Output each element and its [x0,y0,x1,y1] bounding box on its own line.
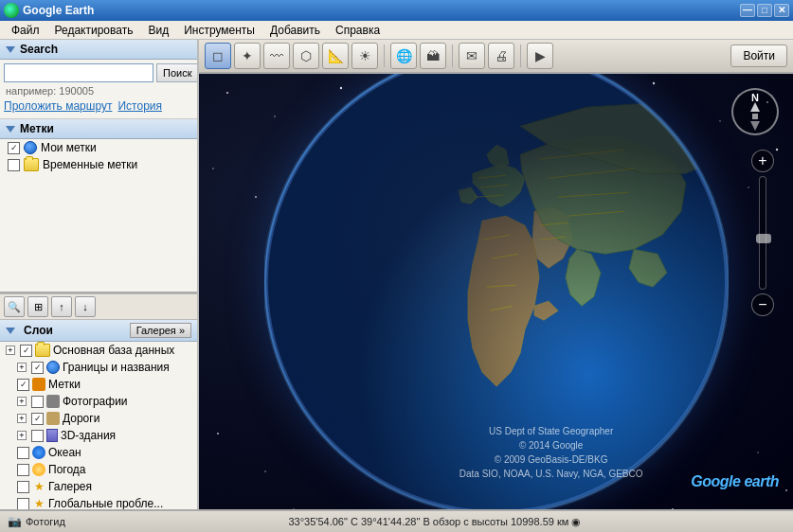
layers-title: Слои [24,324,53,337]
polygon-tool-btn[interactable]: ⬡ [293,43,319,69]
pin-tool-btn[interactable]: ✦ [234,43,261,69]
attribution-line4: Data SIO, NOAA, U.S. Navy, NGA, GEBCO [460,467,643,481]
nav-compass[interactable]: N [731,88,779,135]
zoom-slider[interactable] [759,176,766,290]
grid-tool-btn[interactable]: ⊞ [27,296,48,317]
temp-places-checkbox[interactable] [8,159,20,171]
layer-main-db-label: Основная база данных [53,344,174,357]
zoom-out-btn[interactable]: − [751,293,774,316]
search-input[interactable] [4,63,153,82]
minimize-button[interactable]: — [740,4,755,17]
layer-global-checkbox[interactable] [17,498,29,510]
layer-roads[interactable]: + Дороги [0,410,197,427]
compass-ring: N [731,88,779,135]
svg-point-9 [212,168,214,169]
svg-point-12 [776,149,778,151]
search-tool-btn[interactable]: 🔍 [4,296,25,317]
photo-guide-label: Фотогид [26,516,65,527]
zoom-in-btn[interactable]: + [751,150,774,172]
move-down-btn[interactable]: ↓ [75,296,96,317]
history-link[interactable]: История [117,99,162,113]
layer-global-label: Глобальные пробле... [48,497,163,509]
search-header[interactable]: Search [0,40,197,60]
menu-bar: Файл Редактировать Вид Инструменты Добав… [0,21,793,40]
menu-edit[interactable]: Редактировать [47,23,141,38]
close-button[interactable]: ✕ [774,4,789,17]
my-places-icon [24,141,37,154]
layer-borders-checkbox[interactable] [31,362,44,374]
photo-guide[interactable]: 📷 Фотогид [8,515,65,528]
layer-borders[interactable]: + Границы и названия [0,359,197,376]
layer-weather[interactable]: Погода [0,461,197,478]
record-tool-btn[interactable]: ▶ [527,43,553,69]
login-button[interactable]: Войти [730,44,787,67]
layer-labels-checkbox[interactable] [17,379,29,391]
email-tool-btn[interactable]: ✉ [459,43,485,69]
layer-ocean-checkbox[interactable] [17,447,29,459]
menu-view[interactable]: Вид [140,23,176,38]
layer-gallery-icon: ★ [32,480,45,493]
route-link[interactable]: Проложить маршрут [4,99,112,113]
window-title: Google Earth [23,4,740,17]
layer-expand-main[interactable]: + [6,346,15,355]
places-header[interactable]: Метки [0,119,197,139]
title-bar-buttons: — □ ✕ [740,4,789,17]
layer-photos-checkbox[interactable] [31,396,44,408]
move-up-btn[interactable]: ↑ [51,296,72,317]
layer-gallery[interactable]: ★ Галерея [0,478,197,495]
layer-borders-label: Границы и названия [63,361,170,374]
layer-main-db-checkbox[interactable] [20,345,32,357]
map-area[interactable]: N + − US Dept of State Geographer [199,74,793,509]
temp-places-item[interactable]: Временные метки [0,156,197,173]
square-tool-btn[interactable]: ◻ [205,43,231,69]
svg-point-10 [255,196,257,198]
menu-tools[interactable]: Инструменты [176,23,262,38]
layer-photos-label: Фотографии [63,395,128,408]
maximize-button[interactable]: □ [757,4,772,17]
map-attribution: US Dept of State Geographer © 2014 Googl… [460,424,643,481]
layer-main-db[interactable]: + Основная база данных [0,342,197,359]
menu-file[interactable]: Файл [4,23,47,38]
path-tool-btn[interactable]: 〰 [263,43,290,69]
top-toolbar: ◻ ✦ 〰 ⬡ 📐 ☀ 🌐 🏔 ✉ 🖨 ▶ Войти [199,40,793,74]
my-places-checkbox[interactable] [8,142,20,154]
layer-3d-buildings[interactable]: + 3D-здания [0,427,197,444]
layer-labels[interactable]: Метки [0,376,197,393]
layer-photos-icon [46,395,60,408]
left-toolbar: 🔍 ⊞ ↑ ↓ [0,293,197,320]
layer-ocean[interactable]: Океан [0,444,197,461]
toolbar-sep1 [384,44,385,67]
layer-gallery-label: Галерея [48,480,92,493]
print-tool-btn[interactable]: 🖨 [488,43,514,69]
compass-arrows [750,102,760,131]
svg-point-15 [757,452,759,453]
menu-help[interactable]: Справка [328,23,387,38]
attribution-line3: © 2009 GeoBasis-DE/BKG [460,452,643,467]
layer-expand-roads[interactable]: + [17,414,27,423]
layer-roads-label: Дороги [63,412,99,425]
zoom-handle[interactable] [756,234,771,243]
layer-roads-checkbox[interactable] [31,413,44,425]
svg-point-0 [226,92,228,94]
search-button[interactable]: Поиск [156,63,198,82]
layer-expand-borders[interactable]: + [17,363,27,372]
layer-photos[interactable]: + Фотографии [0,393,197,410]
sun-tool-btn[interactable]: ☀ [351,43,378,69]
places-collapse-icon [6,126,15,133]
layer-labels-icon [32,378,45,391]
layer-expand-3d[interactable]: + [17,431,27,440]
menu-add[interactable]: Добавить [262,23,328,38]
layer-3d-checkbox[interactable] [31,430,44,442]
layer-gallery-checkbox[interactable] [17,481,29,493]
terrain-tool-btn[interactable]: 🏔 [420,43,446,69]
layer-expand-photos[interactable]: + [17,397,27,406]
measure-tool-btn[interactable]: 📐 [322,43,349,69]
toolbar-sep2 [452,44,453,67]
layer-global[interactable]: ★ Глобальные пробле... [0,495,197,509]
gallery-button[interactable]: Галерея » [130,323,191,338]
layer-weather-checkbox[interactable] [17,464,29,476]
attribution-line1: US Dept of State Geographer [460,424,643,438]
compass-north-label: N [733,92,777,103]
globe-tool-btn[interactable]: 🌐 [390,43,417,69]
my-places-item[interactable]: Мои метки [0,139,197,156]
